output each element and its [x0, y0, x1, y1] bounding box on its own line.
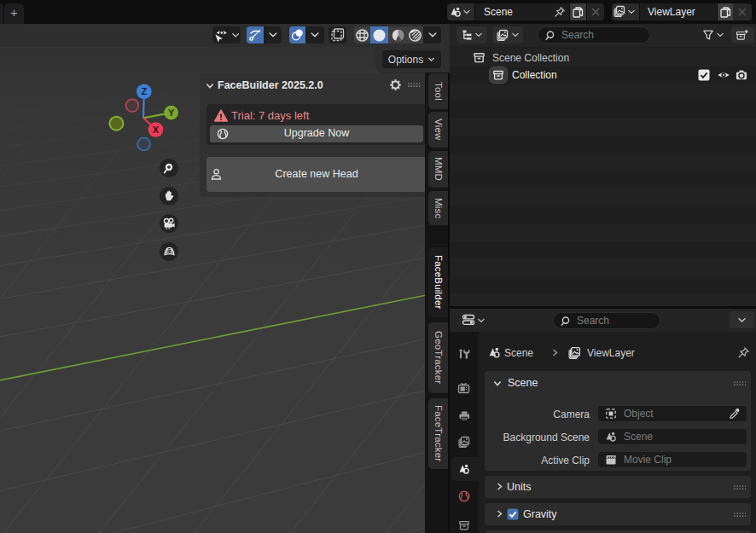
svg-text:Z: Z [141, 86, 147, 96]
svg-text:Y: Y [168, 107, 175, 118]
svg-text:X: X [153, 125, 160, 135]
